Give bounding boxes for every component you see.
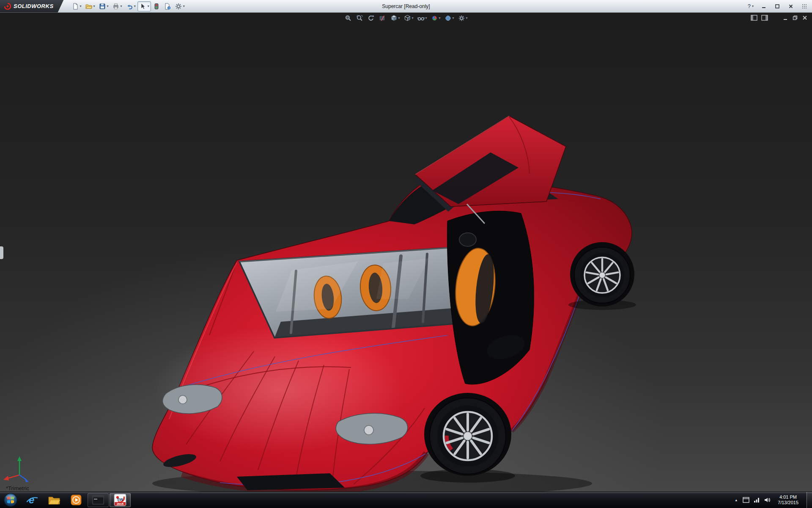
print-button[interactable]: ▾ xyxy=(110,1,124,11)
start-button[interactable] xyxy=(0,492,21,508)
svg-text:SW: SW xyxy=(117,497,123,502)
maximize-button[interactable] xyxy=(771,2,783,11)
pane-right-button[interactable] xyxy=(761,15,768,22)
view-settings-button[interactable]: ▾ xyxy=(457,14,469,23)
doc-close-button[interactable] xyxy=(802,15,808,22)
show-desktop-button[interactable] xyxy=(807,492,812,508)
dropdown-caret: ▾ xyxy=(183,5,185,8)
dropdown-caret: ▾ xyxy=(121,5,122,8)
door-opening[interactable] xyxy=(447,211,534,384)
window-title: Supercar [Read-only] xyxy=(127,0,685,13)
solidworks-logo-text: SOLIDWORKS xyxy=(14,3,54,9)
clock-time: 4:01 PM xyxy=(778,494,798,500)
network-button[interactable] xyxy=(753,497,760,503)
windshield[interactable] xyxy=(239,248,470,338)
new-file-icon xyxy=(71,3,79,10)
select-button[interactable]: ▾ xyxy=(137,1,151,11)
rear-wheel[interactable] xyxy=(570,242,634,306)
pane-right-icon xyxy=(761,15,768,21)
app-window-icon xyxy=(92,495,104,505)
pane-left-button[interactable] xyxy=(751,15,757,22)
rebuild-icon xyxy=(153,3,160,10)
heads-up-toolbar: ▾ ▾ ▾ ▾ xyxy=(343,14,469,23)
doc-minimize-button[interactable] xyxy=(782,15,788,22)
file-properties-button[interactable] xyxy=(162,1,173,11)
appearance-ball-icon xyxy=(431,14,439,22)
show-hidden-icons-button[interactable]: ▴ xyxy=(734,498,739,502)
running-app-button[interactable] xyxy=(88,493,109,507)
titlebar: SOLIDWORKS ▾ ▾ ▾ xyxy=(0,0,812,13)
solidworks-2015-icon: 2015 2015 SW xyxy=(114,494,126,506)
dropdown-caret: ▾ xyxy=(93,5,95,8)
view-orientation-cube-icon xyxy=(390,14,398,22)
save-button[interactable]: ▾ xyxy=(97,1,110,11)
pane-left-icon xyxy=(751,15,757,21)
svg-text:2015: 2015 xyxy=(117,502,123,505)
display-style-icon xyxy=(403,14,411,22)
media-player-button[interactable] xyxy=(66,493,87,507)
dropdown-caret: ▾ xyxy=(398,17,400,20)
view-orientation-label: *Trimetric xyxy=(6,485,29,491)
print-icon xyxy=(112,3,120,10)
zoom-area-button[interactable] xyxy=(354,14,365,23)
apply-scene-button[interactable]: ▾ xyxy=(443,14,455,23)
tray-app-button[interactable] xyxy=(743,497,749,503)
view-settings-icon xyxy=(458,14,466,22)
close-button[interactable] xyxy=(785,2,797,11)
dropdown-caret: ▾ xyxy=(134,5,136,8)
minimize-icon xyxy=(761,4,766,9)
undo-button[interactable]: ▾ xyxy=(124,1,137,11)
doc-minimize-icon xyxy=(782,15,788,21)
corner-grid-icon xyxy=(798,2,810,11)
close-icon xyxy=(788,4,793,9)
zoom-fit-button[interactable] xyxy=(343,14,353,23)
dropdown-caret: ▾ xyxy=(453,17,454,20)
dropdown-caret: ▾ xyxy=(466,17,468,20)
dropdown-caret: ▾ xyxy=(148,5,149,8)
dropdown-caret: ▾ xyxy=(107,5,109,8)
view-orientation-button[interactable]: ▾ xyxy=(389,14,401,23)
scene-globe-icon xyxy=(444,14,452,22)
cabin-seat-headrest xyxy=(459,233,476,246)
undo-icon xyxy=(126,3,133,10)
edit-appearance-button[interactable]: ▾ xyxy=(430,14,442,23)
internet-explorer-icon: e xyxy=(26,494,38,506)
solidworks-logo-icon xyxy=(4,3,11,10)
speaker-icon xyxy=(764,497,771,503)
dropdown-caret: ▾ xyxy=(439,17,441,20)
solidworks-logo: SOLIDWORKS xyxy=(0,0,64,13)
main-toolbar: ▾ ▾ ▾ ▾ xyxy=(70,1,187,11)
windows-explorer-button[interactable] xyxy=(44,493,65,507)
minimize-button[interactable] xyxy=(758,2,770,11)
internet-explorer-button[interactable]: e xyxy=(22,493,43,507)
volume-button[interactable] xyxy=(764,497,771,503)
supercar-3d-model[interactable] xyxy=(0,13,812,491)
section-view-button[interactable] xyxy=(377,14,387,23)
zoom-area-icon xyxy=(356,14,363,22)
file-properties-icon xyxy=(164,3,171,10)
media-player-icon xyxy=(70,494,82,506)
front-wheel[interactable] xyxy=(424,393,511,476)
solidworks-taskbar-button[interactable]: 2015 2015 SW xyxy=(110,493,131,507)
save-icon xyxy=(99,3,106,10)
help-button[interactable]: ? ▾ xyxy=(745,3,756,9)
graphics-area[interactable]: ▾ ▾ ▾ ▾ xyxy=(0,13,812,491)
featuremanager-collapsed-tab[interactable] xyxy=(0,246,3,259)
rebuild-button[interactable] xyxy=(151,1,162,11)
tray-window-icon xyxy=(743,497,749,503)
options-button[interactable]: ▾ xyxy=(173,1,187,11)
previous-view-button[interactable] xyxy=(366,14,376,23)
dropdown-caret: ▾ xyxy=(752,5,754,8)
select-cursor-icon xyxy=(139,3,147,10)
hide-show-items-button[interactable]: ▾ xyxy=(416,14,428,23)
dropdown-caret: ▾ xyxy=(411,17,413,20)
clock-date: 7/13/2015 xyxy=(778,500,798,505)
doc-restore-button[interactable] xyxy=(792,15,798,22)
display-style-button[interactable]: ▾ xyxy=(402,14,414,23)
open-file-button[interactable]: ▾ xyxy=(83,1,97,11)
windows-start-orb-icon xyxy=(3,493,18,507)
system-tray: ▴ 4:01 PM 7/13/2015 xyxy=(734,492,812,508)
help-label: ? xyxy=(748,3,751,9)
new-file-button[interactable]: ▾ xyxy=(70,1,83,11)
taskbar-clock[interactable]: 4:01 PM 7/13/2015 xyxy=(774,494,802,505)
